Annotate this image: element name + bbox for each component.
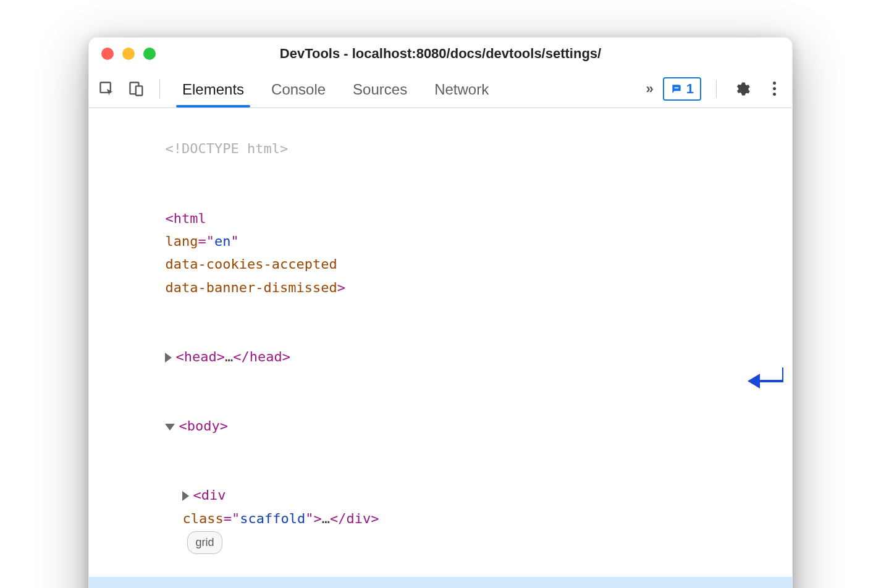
svg-rect-3 — [674, 87, 678, 88]
tab-network[interactable]: Network — [431, 72, 492, 106]
toolbar-divider — [159, 80, 160, 98]
head-line[interactable]: <head>…</head> — [89, 322, 792, 392]
toolbar-divider-2 — [716, 80, 717, 98]
html-open-line[interactable]: <html lang="en" data-cookies-accepted da… — [89, 183, 792, 322]
collapse-icon[interactable] — [165, 424, 175, 430]
panel-tabs: Elements Console Sources Network — [179, 72, 492, 106]
tab-console[interactable]: Console — [268, 72, 329, 106]
close-window-button[interactable] — [101, 48, 114, 60]
device-toolbar-icon[interactable] — [126, 78, 147, 99]
main-toolbar: Elements Console Sources Network » 1 — [89, 70, 792, 108]
tab-sources[interactable]: Sources — [349, 72, 411, 106]
traffic-lights — [101, 48, 156, 60]
issues-badge[interactable]: 1 — [663, 77, 701, 101]
zoom-window-button[interactable] — [143, 48, 156, 60]
toolbar-right: » 1 — [646, 77, 785, 101]
announcement-banner-line[interactable]: <announcement-banner class="cookie-banne… — [89, 577, 792, 588]
div-scaffold-line[interactable]: <div class="scaffold">…</div> grid — [89, 461, 792, 577]
settings-icon[interactable] — [731, 78, 752, 99]
tabs-overflow-icon[interactable]: » — [646, 81, 652, 97]
expand-icon[interactable] — [182, 491, 189, 501]
expand-icon[interactable] — [165, 353, 172, 363]
svg-rect-2 — [136, 86, 143, 95]
window-title: DevTools - localhost:8080/docs/devtools/… — [280, 46, 601, 62]
titlebar: DevTools - localhost:8080/docs/devtools/… — [89, 38, 792, 70]
tab-elements[interactable]: Elements — [179, 72, 248, 106]
toolbar-left: Elements Console Sources Network — [96, 72, 492, 106]
selection-arrow-icon — [746, 366, 783, 388]
body-open-line[interactable]: <body> — [89, 392, 792, 461]
doctype-line[interactable]: <!DOCTYPE html> — [89, 114, 792, 183]
issues-count: 1 — [686, 81, 694, 97]
devtools-window: DevTools - localhost:8080/docs/devtools/… — [88, 37, 793, 588]
more-menu-icon[interactable] — [764, 78, 785, 99]
inspect-element-icon[interactable] — [96, 78, 117, 99]
grid-badge[interactable]: grid — [187, 531, 222, 554]
elements-tree[interactable]: <!DOCTYPE html> <html lang="en" data-coo… — [89, 108, 792, 588]
minimize-window-button[interactable] — [122, 48, 135, 60]
issues-icon — [670, 83, 683, 95]
